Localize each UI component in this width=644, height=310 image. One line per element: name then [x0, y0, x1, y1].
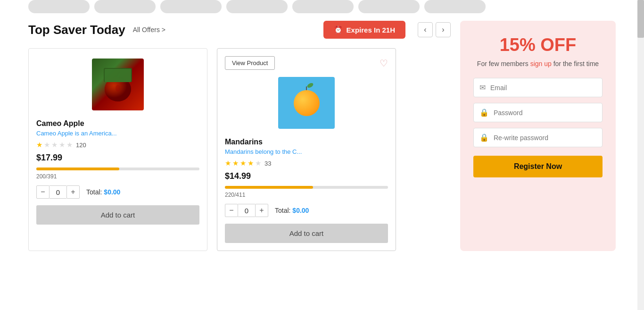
product-image-apple [92, 59, 144, 110]
star-m-4: ★ [248, 159, 254, 168]
product-image-container-apple [36, 56, 199, 113]
main-content: Top Saver Today All Offers > ⏰ Expires I… [0, 21, 644, 251]
products-grid: Cameo Apple Cameo Apple is an America...… [28, 48, 451, 251]
all-offers-link[interactable]: All Offers > [133, 26, 165, 34]
qty-value-apple: 0 [50, 185, 66, 199]
total-label-mandarins: Total: $0.00 [275, 207, 309, 214]
star-2: ★ [44, 141, 50, 149]
star-m-5: ★ [255, 159, 261, 168]
password-form-group: 🔒 [473, 103, 603, 122]
qty-increase-mandarins[interactable]: + [255, 204, 268, 217]
qty-value-mandarins: 0 [238, 204, 255, 217]
star-rating-apple: ★ ★ ★ ★ ★ 120 [36, 141, 199, 149]
qty-decrease-mandarins[interactable]: − [225, 204, 238, 217]
svg-rect-4 [105, 69, 131, 82]
email-form-group: ✉ [473, 78, 603, 97]
stock-text-mandarins: 220/411 [225, 192, 388, 198]
category-pill-7[interactable] [424, 0, 486, 13]
prev-arrow[interactable]: ‹ [418, 22, 433, 37]
qty-increase-apple[interactable]: + [66, 185, 80, 199]
product-card-mandarins: View Product ♡ Mandarins Mandarins belon… [217, 48, 396, 251]
product-name-mandarins: Mandarins [225, 138, 388, 146]
stock-bar-fill-mandarins [225, 186, 313, 189]
category-bar [0, 0, 644, 21]
view-product-button[interactable]: View Product [225, 56, 275, 70]
mandarin-fruit [294, 90, 320, 116]
review-count-mandarins: 33 [264, 160, 271, 167]
star-1: ★ [36, 141, 42, 149]
discount-subtitle: For few members sign up for the first ti… [477, 60, 599, 67]
total-label-apple: Total: $0.00 [86, 188, 120, 196]
stock-bar-fill-apple [36, 168, 119, 170]
section-title: Top Saver Today [28, 23, 125, 37]
product-desc-mandarins: Mandarins belong to the C... [225, 148, 388, 155]
product-name-apple: Cameo Apple [36, 119, 199, 128]
expires-button[interactable]: ⏰ Expires In 21H [323, 21, 405, 39]
star-4: ★ [59, 141, 65, 149]
quantity-row-mandarins: − 0 + Total: $0.00 [225, 204, 388, 217]
add-to-cart-mandarins[interactable]: Add to cart [225, 224, 388, 243]
category-pill-3[interactable] [160, 0, 222, 13]
product-image-mandarin [278, 77, 335, 129]
alarm-icon: ⏰ [334, 25, 343, 34]
quantity-row-apple: − 0 + Total: $0.00 [36, 185, 199, 199]
lock-icon-password: 🔒 [479, 108, 489, 117]
star-m-1: ★ [225, 159, 231, 168]
product-card-cameo-apple: Cameo Apple Cameo Apple is an America...… [28, 48, 207, 251]
email-icon: ✉ [479, 83, 486, 92]
register-button[interactable]: Register Now [473, 156, 603, 177]
qty-decrease-apple[interactable]: − [36, 185, 50, 199]
scrollbar-track [637, 0, 644, 251]
category-pill-1[interactable] [28, 0, 90, 13]
left-section: Top Saver Today All Offers > ⏰ Expires I… [28, 21, 451, 251]
add-to-cart-apple[interactable]: Add to cart [36, 205, 199, 225]
stock-bar-container-mandarins [225, 186, 388, 189]
review-count-apple: 120 [76, 142, 86, 149]
category-pill-4[interactable] [226, 0, 288, 13]
star-m-3: ★ [240, 159, 246, 168]
next-arrow[interactable]: › [436, 22, 451, 37]
total-value-mandarins: $0.00 [292, 207, 309, 214]
product-price-apple: $17.99 [36, 153, 199, 163]
email-input[interactable] [490, 84, 596, 92]
star-rating-mandarins: ★ ★ ★ ★ ★ 33 [225, 159, 388, 168]
star-m-2: ★ [232, 159, 239, 168]
stock-text-apple: 200/391 [36, 173, 199, 180]
mandarin-leaf [306, 82, 314, 89]
product-desc-apple: Cameo Apple is an America... [36, 130, 199, 137]
card-top-actions: View Product ♡ [225, 56, 388, 70]
category-pill-5[interactable] [292, 0, 354, 13]
star-3: ★ [51, 141, 58, 149]
scrollbar-thumb[interactable] [637, 0, 644, 38]
total-value-apple: $0.00 [104, 188, 120, 196]
wishlist-heart-icon[interactable]: ♡ [380, 58, 388, 69]
nav-arrows: ‹ › [418, 22, 451, 37]
sign-up-highlight: sign up [530, 60, 552, 67]
section-header: Top Saver Today All Offers > ⏰ Expires I… [28, 21, 451, 39]
svg-point-2 [116, 85, 120, 92]
password-input[interactable] [494, 109, 596, 117]
discount-panel: 15% OFF For few members sign up for the … [460, 21, 616, 251]
expires-label: Expires In 21H [347, 26, 395, 34]
product-image-container-mandarin [225, 75, 388, 131]
rewrite-password-input[interactable] [494, 134, 596, 142]
mandarin-circle [294, 90, 320, 116]
product-price-mandarins: $14.99 [225, 171, 388, 181]
category-pill-2[interactable] [94, 0, 156, 13]
star-5: ★ [66, 141, 73, 149]
lock-icon-rewrite: 🔒 [479, 133, 489, 142]
category-pill-6[interactable] [358, 0, 420, 13]
stock-bar-container-apple [36, 168, 199, 170]
rewrite-password-form-group: 🔒 [473, 128, 603, 147]
discount-title: 15% OFF [500, 35, 577, 55]
